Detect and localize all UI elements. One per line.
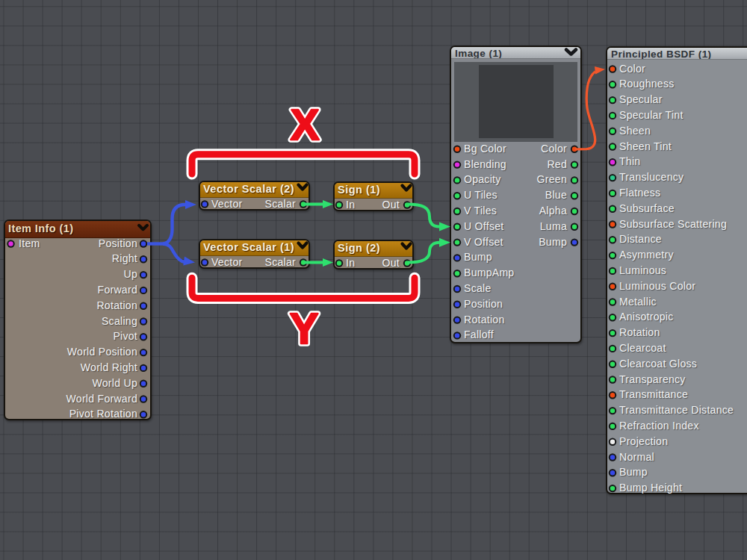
svg-text:Y: Y bbox=[290, 304, 319, 352]
svg-text:X: X bbox=[291, 100, 320, 149]
svg-text:X: X bbox=[291, 100, 320, 149]
svg-text:Y: Y bbox=[290, 304, 319, 352]
